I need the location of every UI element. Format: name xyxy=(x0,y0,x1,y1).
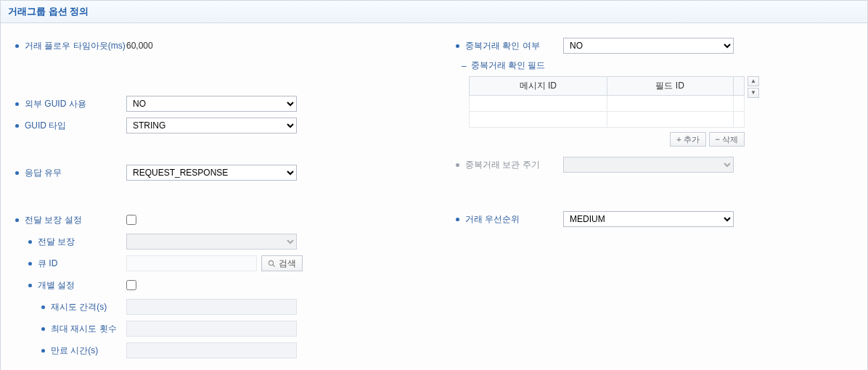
flow-timeout-value: 60,000 xyxy=(126,41,153,51)
ext-guid-row: 외부 GUID 사용 NO xyxy=(15,96,434,112)
individual-header-label: 개별 설정 xyxy=(38,279,126,292)
queue-id-label: 큐 ID xyxy=(38,258,126,270)
queue-id-row: 큐 ID 검색 xyxy=(15,255,434,271)
plus-icon: + xyxy=(676,135,681,144)
right-column: 중복거래 확인 여부 NO – 중복거래 확인 필드 메시지 ID 필드 ID xyxy=(434,38,860,364)
retry-interval-row: 재시도 간격(s) xyxy=(15,299,434,315)
dup-fields-table: 메시지 ID 필드 ID xyxy=(469,76,745,128)
bullet-icon xyxy=(456,44,459,48)
expire-label: 만료 시간(s) xyxy=(51,345,126,357)
bullet-icon xyxy=(456,163,459,167)
delivery-header-label: 전달 보장 설정 xyxy=(25,214,126,226)
max-retry-input[interactable] xyxy=(126,321,297,337)
max-retry-row: 최대 재시도 횟수 xyxy=(15,321,434,337)
scroll-up-button[interactable]: ▲ xyxy=(748,76,759,86)
dup-keep-row: 중복거래 보관 주기 xyxy=(456,157,860,173)
ext-guid-label: 외부 GUID 사용 xyxy=(25,98,126,110)
dup-check-select[interactable]: NO xyxy=(563,38,734,54)
delivery-select xyxy=(126,234,297,250)
bullet-icon xyxy=(15,44,19,48)
add-button-label: 추가 xyxy=(684,134,700,145)
dup-check-row: 중복거래 확인 여부 NO xyxy=(456,38,860,54)
bullet-icon xyxy=(28,284,32,287)
priority-select[interactable]: MEDIUM xyxy=(563,211,734,227)
table-row[interactable] xyxy=(470,96,745,112)
dup-keep-select xyxy=(563,157,734,173)
dup-check-label: 중복거래 확인 여부 xyxy=(465,40,563,52)
left-column: 거래 플로우 타임아웃(ms) 60,000 외부 GUID 사용 NO GUI… xyxy=(8,38,434,364)
bullet-icon xyxy=(15,218,19,222)
dup-fields-table-wrap: 메시지 ID 필드 ID ▲ ▼ xyxy=(469,76,860,128)
minus-icon: − xyxy=(716,135,720,144)
flow-timeout-row: 거래 플로우 타임아웃(ms) 60,000 xyxy=(15,38,434,54)
panel-body: 거래 플로우 타임아웃(ms) 60,000 외부 GUID 사용 NO GUI… xyxy=(1,23,867,370)
max-retry-label: 최대 재시도 횟수 xyxy=(51,323,126,335)
guid-type-label: GUID 타입 xyxy=(25,120,126,132)
individual-header-row: 개별 설정 xyxy=(15,277,434,293)
svg-line-1 xyxy=(273,264,275,266)
bullet-icon xyxy=(41,327,45,331)
table-actions: + 추가 − 삭제 xyxy=(469,132,745,147)
flow-timeout-label: 거래 플로우 타임아웃(ms) xyxy=(25,40,126,52)
response-row: 응답 유무 REQUEST_RESPONSE xyxy=(15,165,434,181)
expire-input[interactable] xyxy=(126,342,297,358)
dup-keep-label: 중복거래 보관 주기 xyxy=(465,159,563,171)
queue-search-button[interactable]: 검색 xyxy=(261,255,303,271)
response-select[interactable]: REQUEST_RESPONSE xyxy=(126,165,297,181)
add-button[interactable]: + 추가 xyxy=(670,132,705,147)
retry-interval-label: 재시도 간격(s) xyxy=(51,301,126,313)
table-header-msgid: 메시지 ID xyxy=(470,77,607,96)
search-icon xyxy=(268,260,276,268)
priority-row: 거래 우선순위 MEDIUM xyxy=(456,211,860,227)
queue-id-input[interactable] xyxy=(126,255,257,271)
guid-type-select[interactable]: STRING xyxy=(126,118,297,133)
bullet-icon xyxy=(15,102,19,106)
panel: 거래그룹 옵션 정의 거래 플로우 타임아웃(ms) 60,000 외부 GUI… xyxy=(0,0,868,370)
svg-point-0 xyxy=(269,260,273,265)
search-button-label: 검색 xyxy=(279,258,296,270)
bullet-icon xyxy=(41,305,45,309)
bullet-icon xyxy=(15,124,19,128)
dash-icon: – xyxy=(462,61,467,71)
delivery-header-row: 전달 보장 설정 xyxy=(15,212,434,228)
individual-checkbox[interactable] xyxy=(126,280,136,290)
table-scroll: ▲ ▼ xyxy=(748,76,759,128)
bullet-icon xyxy=(28,262,32,266)
panel-title: 거래그룹 옵션 정의 xyxy=(1,1,867,23)
delivery-checkbox[interactable] xyxy=(126,215,136,225)
delivery-label: 전달 보장 xyxy=(38,236,126,248)
table-header-fieldid: 필드 ID xyxy=(607,77,733,96)
delete-button-label: 삭제 xyxy=(722,134,738,145)
expire-row: 만료 시간(s) xyxy=(15,342,434,358)
retry-interval-input[interactable] xyxy=(126,299,297,315)
response-label: 응답 유무 xyxy=(25,167,126,179)
ext-guid-select[interactable]: NO xyxy=(126,96,297,112)
table-row[interactable] xyxy=(470,112,745,128)
guid-type-row: GUID 타입 STRING xyxy=(15,118,434,133)
dup-fields-heading: – 중복거래 확인 필드 xyxy=(462,59,860,72)
dup-fields-label: 중복거래 확인 필드 xyxy=(471,59,546,72)
bullet-icon xyxy=(28,240,32,244)
delivery-row: 전달 보장 xyxy=(15,234,434,250)
bullet-icon xyxy=(41,349,45,353)
bullet-icon xyxy=(15,171,19,175)
table-header-spacer xyxy=(733,77,744,96)
delete-button[interactable]: − 삭제 xyxy=(709,132,745,147)
bullet-icon xyxy=(456,218,459,221)
scroll-down-button[interactable]: ▼ xyxy=(748,88,759,98)
priority-label: 거래 우선순위 xyxy=(465,213,563,226)
